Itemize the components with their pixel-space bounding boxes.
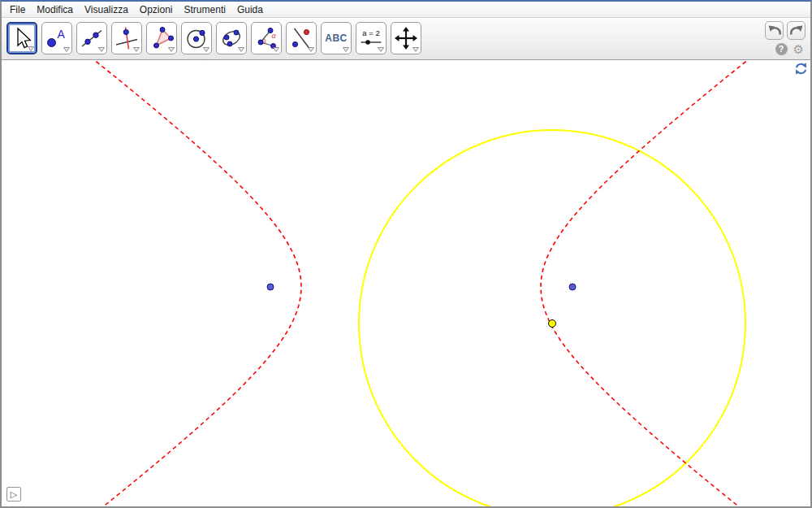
play-triangle-icon: ▷: [11, 490, 17, 499]
undo-arrow-icon: [767, 23, 783, 39]
slider-icon-label: a = 2: [362, 29, 379, 37]
tool-dropdown-arrow-icon[interactable]: [98, 47, 105, 52]
menu-file[interactable]: File: [4, 2, 31, 17]
tool-move-button[interactable]: [6, 22, 37, 54]
menu-guida[interactable]: Guida: [231, 2, 269, 17]
tool-dropdown-arrow-icon[interactable]: [238, 47, 244, 52]
menu-visualizza[interactable]: Visualizza: [79, 2, 134, 17]
tool-point-button[interactable]: A: [41, 22, 72, 54]
svg-text:A: A: [58, 28, 66, 41]
navigation-bar-toggle-button[interactable]: ▷: [6, 487, 21, 501]
text-icon: ABC: [325, 33, 348, 44]
point-1[interactable]: [569, 284, 576, 290]
tool-dropdown-arrow-icon[interactable]: [63, 47, 70, 52]
graphics-view[interactable]: ▷: [2, 60, 810, 506]
hyperbola-right-branch[interactable]: [541, 60, 752, 506]
help-icon[interactable]: ?: [775, 43, 788, 55]
redo-arrow-icon: [788, 23, 805, 39]
tool-dropdown-arrow-icon[interactable]: [378, 47, 384, 52]
tool-dropdown-arrow-icon[interactable]: [412, 47, 419, 52]
menu-modifica[interactable]: Modifica: [31, 2, 79, 17]
refresh-view-icon[interactable]: [794, 62, 808, 76]
hyperbola-left-branch[interactable]: [90, 60, 301, 506]
geogebra-window: File Modifica Visualizza Opzioni Strumen…: [0, 0, 812, 508]
tool-perpendicular-line-button[interactable]: [111, 22, 142, 54]
tool-line-button[interactable]: [76, 22, 107, 54]
toolbar-help-group: ? ⚙: [775, 43, 804, 55]
undo-redo-group: [765, 21, 806, 40]
menu-strumenti[interactable]: Strumenti: [179, 2, 231, 17]
point-2[interactable]: [549, 320, 556, 328]
tool-reflect-button[interactable]: [286, 22, 317, 54]
yellow-circle[interactable]: [359, 130, 745, 506]
tool-dropdown-arrow-icon[interactable]: [203, 47, 209, 52]
redo-button[interactable]: [787, 21, 806, 40]
tool-row: A: [6, 22, 421, 54]
menubar: File Modifica Visualizza Opzioni Strumen…: [2, 2, 810, 18]
undo-button[interactable]: [765, 21, 784, 40]
tool-dropdown-arrow-icon[interactable]: [273, 47, 279, 52]
tool-dropdown-arrow-icon[interactable]: [133, 47, 140, 52]
tool-ellipse-button[interactable]: [216, 22, 247, 54]
svg-text:α: α: [272, 31, 277, 40]
slider-icon: a = 2: [360, 29, 382, 47]
tool-dropdown-arrow-icon[interactable]: [168, 47, 175, 52]
menu-opzioni[interactable]: Opzioni: [134, 2, 179, 17]
gear-icon[interactable]: ⚙: [793, 43, 804, 55]
tool-angle-button[interactable]: α: [251, 22, 282, 54]
graphics-canvas[interactable]: [2, 60, 810, 506]
tool-dropdown-arrow-icon[interactable]: [308, 47, 314, 52]
tool-dropdown-arrow-icon[interactable]: [343, 47, 349, 52]
tool-text-button[interactable]: ABC: [321, 22, 352, 54]
point-0[interactable]: [267, 284, 274, 290]
tool-move-graphics-view-button[interactable]: [391, 22, 421, 54]
tool-polygon-button[interactable]: [146, 22, 177, 54]
toolbar: A: [2, 18, 810, 60]
tool-circle-button[interactable]: [181, 22, 212, 54]
tool-slider-button[interactable]: a = 2: [356, 22, 387, 54]
tool-dropdown-arrow-icon[interactable]: [28, 46, 34, 51]
